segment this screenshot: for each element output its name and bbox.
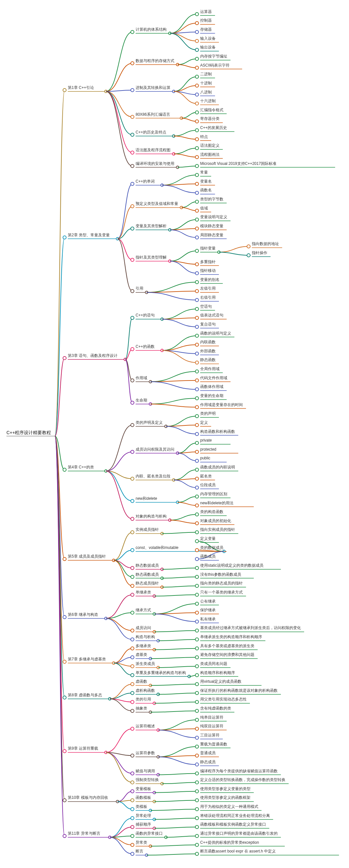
branch-node bbox=[131, 116, 134, 119]
branch-node bbox=[131, 843, 134, 847]
node-label: 输入设备 bbox=[200, 36, 216, 41]
node-label: 流程图画法 bbox=[200, 152, 219, 157]
node-label: ASCII码表示字符 bbox=[200, 63, 230, 68]
branch-node bbox=[131, 754, 134, 757]
node-label: 指向实例成员的指针 bbox=[200, 527, 235, 532]
branch-node bbox=[195, 584, 199, 587]
branch-node bbox=[131, 450, 134, 454]
node-label: C++的语句 bbox=[136, 313, 155, 317]
branch-node bbox=[195, 763, 199, 766]
node-label: 运算器 bbox=[200, 9, 212, 14]
node-label: 类成员同名问题 bbox=[200, 661, 227, 666]
chapter-node bbox=[63, 696, 66, 699]
chapter-node bbox=[63, 356, 66, 360]
node-label: 编译环境的安装与使用 bbox=[136, 161, 174, 166]
node-label: 虚析构函数 bbox=[136, 688, 155, 693]
branch-node bbox=[131, 808, 134, 811]
branch-node bbox=[195, 852, 199, 856]
node-label: 实例成员指针 bbox=[136, 527, 159, 532]
branch-node bbox=[195, 39, 199, 43]
node-label: 派生类成员 bbox=[136, 661, 155, 666]
branch-node bbox=[195, 647, 199, 650]
node-label: 纯双目运算符 bbox=[200, 724, 223, 728]
branch-node bbox=[195, 307, 199, 311]
chapter-label: 第9章 运算符重载 bbox=[68, 746, 98, 751]
node-label: 存储器 bbox=[200, 27, 212, 32]
chapter-node bbox=[63, 236, 66, 239]
branch-node bbox=[195, 66, 199, 69]
branch-node bbox=[195, 343, 199, 346]
node-label: 类的引用 bbox=[136, 697, 151, 702]
node-label: 作用域 bbox=[135, 376, 147, 380]
node-label: 变量的生命期 bbox=[200, 394, 223, 398]
branch-node bbox=[195, 30, 199, 34]
node-label: 模块静态变量 bbox=[200, 224, 223, 228]
branch-node bbox=[131, 316, 134, 319]
branch-node bbox=[131, 182, 134, 186]
branch-node bbox=[195, 825, 199, 829]
branch-node bbox=[195, 209, 199, 212]
root-label: C++程序设计精要教程 bbox=[6, 430, 51, 435]
chapter-label: 第5章 成员及成员指针 bbox=[68, 554, 106, 559]
node-label: new和delete的用法 bbox=[200, 501, 234, 505]
node-label: 成员访问 bbox=[136, 625, 151, 630]
chapter-node bbox=[63, 468, 66, 471]
branch-node bbox=[131, 89, 134, 92]
branch-node bbox=[131, 401, 134, 404]
node-label: 没有this参数的函数成员 bbox=[200, 572, 241, 577]
node-label: 继承方式 bbox=[136, 608, 151, 612]
node-label: C++提供的标准的异常类exception bbox=[200, 840, 259, 845]
node-label: 十六进制 bbox=[200, 99, 216, 103]
node-label: 含有纯虚函数的类 bbox=[200, 706, 231, 711]
node-label: 复合语句 bbox=[200, 322, 216, 327]
branch-node bbox=[195, 147, 199, 150]
branch-node bbox=[195, 754, 199, 757]
node-label: 具有多个基类或虚基类的派生类 bbox=[200, 644, 254, 648]
node-label: C++的历史及特点 bbox=[136, 130, 166, 134]
branch-node bbox=[195, 388, 199, 391]
branch-node bbox=[195, 173, 199, 177]
node-label: 内存按字节编址 bbox=[200, 54, 227, 59]
branch-node bbox=[195, 691, 199, 695]
branch-node bbox=[195, 772, 199, 775]
chapter-label: 第10章 模板与内存回收 bbox=[68, 795, 108, 800]
node-label: 预定义类型及值域和常量 bbox=[136, 202, 178, 206]
branch-node bbox=[195, 84, 199, 87]
chapter-node bbox=[63, 799, 66, 802]
node-label: 变量的别名 bbox=[200, 277, 219, 282]
node-label: Microsoft Visual 2019支持C++2017国际标准 bbox=[200, 161, 276, 166]
branch-node bbox=[195, 289, 199, 292]
node-label: 使用类型形参定义变量的类型 bbox=[200, 786, 250, 791]
branch-node bbox=[131, 790, 134, 793]
node-label: 断言函数assert bool expr 在 assert.h 中定义 bbox=[200, 849, 276, 854]
node-label: C++的发展历史 bbox=[200, 125, 227, 130]
node-label: 右值引用 bbox=[200, 295, 216, 300]
node-label: 将错误处理流程同正常业务处理流程分离 bbox=[200, 813, 270, 818]
node-label: 函数的异常接口 bbox=[136, 831, 163, 836]
node-label: 单重及多重继承的构造与析构 bbox=[136, 671, 186, 675]
node-label: 常量 bbox=[200, 170, 208, 175]
node-label: 计算机的体系结构 bbox=[136, 27, 167, 32]
node-label: 对象成员的初始化 bbox=[200, 519, 231, 523]
branch-node bbox=[131, 133, 134, 136]
branch-node bbox=[131, 799, 134, 802]
node-label: 类的声明 bbox=[200, 411, 216, 416]
branch-node bbox=[195, 138, 199, 141]
chapter-label: 第7章 多继承与虚基类 bbox=[68, 657, 106, 661]
node-label: protected bbox=[200, 447, 216, 452]
branch-node bbox=[195, 486, 199, 489]
branch-node bbox=[195, 21, 199, 25]
node-label: 类的声明及定义 bbox=[136, 420, 163, 425]
node-label: 保护继承 bbox=[200, 608, 216, 612]
node-label: 十进制 bbox=[200, 81, 212, 85]
branch-node bbox=[131, 477, 134, 480]
branch-node bbox=[195, 414, 199, 418]
branch-node bbox=[195, 602, 199, 606]
node-label: 80X86系列汇编语言 bbox=[136, 112, 170, 117]
branch-node bbox=[195, 12, 199, 16]
node-label: const、volatile和mutable bbox=[136, 546, 178, 550]
branch-node bbox=[195, 656, 199, 659]
node-label: 公有继承 bbox=[200, 599, 216, 603]
branch-node bbox=[195, 433, 199, 436]
branch-node bbox=[195, 111, 199, 114]
